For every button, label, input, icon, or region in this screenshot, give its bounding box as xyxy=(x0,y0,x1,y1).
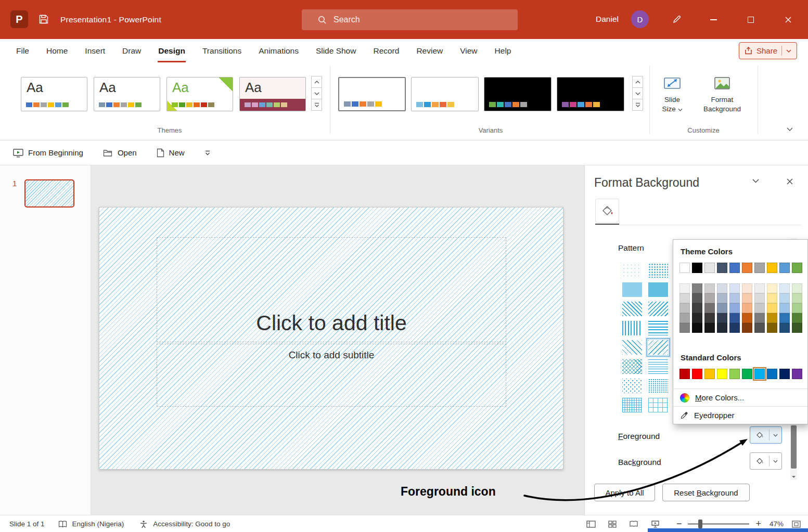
theme-color-variant[interactable] xyxy=(704,313,715,323)
eyedropper-item[interactable]: Eyedropper xyxy=(673,407,807,424)
reset-background-button[interactable]: Reset Background xyxy=(662,484,750,501)
color-swatch[interactable] xyxy=(245,102,251,107)
spell-check-icon[interactable] xyxy=(58,521,67,528)
subtitle-placeholder[interactable]: Click to add subtitle xyxy=(157,344,506,407)
color-swatch[interactable] xyxy=(505,102,511,107)
color-swatch[interactable] xyxy=(360,101,366,107)
pattern-swatch-dgrid[interactable] xyxy=(648,379,668,393)
color-swatch[interactable] xyxy=(729,369,740,379)
pattern-swatch-wave[interactable] xyxy=(648,359,668,374)
fit-slide-to-window-button[interactable] xyxy=(792,521,801,528)
pane-options-chevron[interactable] xyxy=(752,179,759,183)
pattern-swatch-ltup[interactable] xyxy=(648,302,668,316)
theme-color-variant[interactable] xyxy=(679,303,690,313)
open-button[interactable]: Open xyxy=(103,148,137,157)
theme-color-variant[interactable] xyxy=(717,293,727,303)
accessibility-status[interactable]: Accessibility: Good to go xyxy=(153,520,230,528)
theme-color-variant[interactable] xyxy=(754,323,765,333)
pattern-swatch-lgrid[interactable] xyxy=(648,398,668,412)
pattern-swatch-dot10[interactable] xyxy=(648,263,668,278)
theme-color-variant[interactable] xyxy=(729,303,740,313)
fill-tab[interactable] xyxy=(595,199,619,223)
color-swatch[interactable] xyxy=(520,102,527,107)
color-swatch[interactable] xyxy=(281,102,287,107)
color-swatch[interactable] xyxy=(135,102,142,107)
theme-color-variant[interactable] xyxy=(779,313,790,323)
color-swatch[interactable] xyxy=(440,102,446,107)
theme-color-variant[interactable] xyxy=(729,323,740,333)
pattern-swatch-dot5[interactable] xyxy=(622,263,642,278)
pattern-swatch-lhz[interactable] xyxy=(648,321,668,335)
menu-item-draw[interactable]: Draw xyxy=(122,39,142,62)
theme-color-variant[interactable] xyxy=(792,293,802,303)
color-swatch[interactable] xyxy=(106,102,112,107)
color-swatch[interactable] xyxy=(717,263,727,273)
color-swatch[interactable] xyxy=(704,369,715,379)
pattern-swatch-f50[interactable] xyxy=(622,282,642,297)
color-swatch[interactable] xyxy=(767,369,777,379)
color-swatch[interactable] xyxy=(266,102,273,107)
zoom-in-button[interactable]: + xyxy=(755,518,761,529)
color-swatch[interactable] xyxy=(416,102,423,107)
zoom-out-button[interactable]: − xyxy=(676,518,682,529)
color-swatch[interactable] xyxy=(692,263,702,273)
theme-color-variant[interactable] xyxy=(692,303,702,313)
theme-color-variant[interactable] xyxy=(754,303,765,313)
theme-color-variant[interactable] xyxy=(742,303,752,313)
theme-color-variant[interactable] xyxy=(767,303,777,313)
save-icon[interactable] xyxy=(39,14,49,24)
reading-view-button[interactable] xyxy=(629,521,638,527)
new-button[interactable]: New xyxy=(157,148,185,158)
color-swatch[interactable] xyxy=(754,369,765,379)
color-swatch[interactable] xyxy=(447,102,454,107)
theme-color-variant[interactable] xyxy=(742,313,752,323)
color-swatch[interactable] xyxy=(585,102,592,107)
theme-color-variant[interactable] xyxy=(779,283,790,293)
variant-card-3[interactable] xyxy=(484,77,552,111)
theme-color-variant[interactable] xyxy=(792,323,802,333)
color-swatch[interactable] xyxy=(562,102,569,107)
color-swatch[interactable] xyxy=(489,102,496,107)
normal-view-button[interactable] xyxy=(586,521,596,528)
variant-card-1[interactable] xyxy=(338,77,406,111)
menu-item-help[interactable]: Help xyxy=(494,39,512,62)
pattern-swatch-dshup[interactable] xyxy=(648,340,668,355)
color-swatch[interactable] xyxy=(33,102,40,107)
pattern-swatch-ddia[interactable] xyxy=(622,379,642,393)
color-swatch[interactable] xyxy=(99,102,105,107)
menu-item-design[interactable]: Design xyxy=(158,39,186,62)
color-swatch[interactable] xyxy=(344,101,351,107)
minimize-button[interactable] xyxy=(698,0,728,39)
pattern-swatch-zig[interactable] xyxy=(622,359,642,374)
collapse-ribbon-button[interactable] xyxy=(784,123,796,135)
theme-card-office[interactable]: Aa xyxy=(21,77,87,111)
theme-color-variant[interactable] xyxy=(742,293,752,303)
color-swatch[interactable] xyxy=(41,102,47,107)
language-indicator[interactable]: English (Nigeria) xyxy=(72,520,124,528)
menu-item-transitions[interactable]: Transitions xyxy=(202,39,242,62)
theme-color-variant[interactable] xyxy=(729,293,740,303)
color-swatch[interactable] xyxy=(767,263,777,273)
color-swatch[interactable] xyxy=(593,102,600,107)
share-button[interactable]: Share xyxy=(739,42,797,59)
powerpoint-logo-icon[interactable]: P xyxy=(10,10,28,28)
title-placeholder[interactable]: Click to add title xyxy=(157,237,506,342)
slide-sorter-view-button[interactable] xyxy=(608,521,617,528)
theme-color-variant[interactable] xyxy=(754,283,765,293)
theme-color-variant[interactable] xyxy=(692,323,702,333)
apply-to-all-button[interactable]: Apply to All xyxy=(594,484,655,501)
color-swatch[interactable] xyxy=(186,102,193,107)
color-swatch[interactable] xyxy=(172,102,178,107)
theme-color-variant[interactable] xyxy=(717,313,727,323)
format-background-button[interactable]: Format Background xyxy=(695,74,749,131)
pattern-swatch-ltdn[interactable] xyxy=(622,302,642,316)
color-swatch[interactable] xyxy=(26,102,32,107)
theme-color-variant[interactable] xyxy=(717,323,727,333)
color-swatch[interactable] xyxy=(704,263,715,273)
color-swatch[interactable] xyxy=(779,369,790,379)
color-swatch[interactable] xyxy=(679,263,690,273)
color-swatch[interactable] xyxy=(754,263,765,273)
color-swatch[interactable] xyxy=(352,101,358,107)
color-swatch[interactable] xyxy=(679,369,690,379)
menu-item-file[interactable]: File xyxy=(16,39,30,62)
